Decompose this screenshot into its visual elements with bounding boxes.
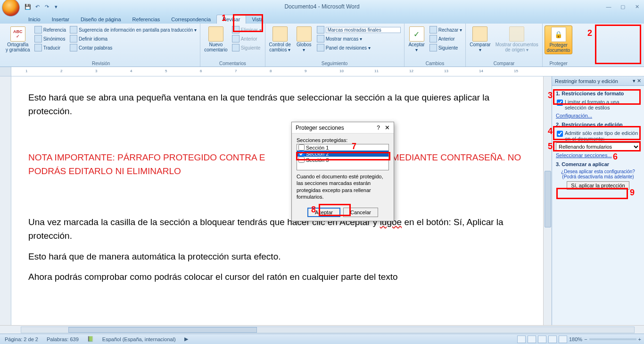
translation-tip-button[interactable]: Sugerencia de información en pantalla pa… bbox=[68, 25, 198, 34]
draft-view[interactable] bbox=[559, 336, 567, 343]
allow-editing-checkbox[interactable]: Admitir sólo este tipo de edición en el … bbox=[556, 129, 640, 143]
new-comment-button[interactable]: Nuevo comentario bbox=[202, 25, 229, 53]
zoom-slider[interactable] bbox=[589, 338, 636, 340]
section-item[interactable]: Sección 3 bbox=[297, 157, 388, 163]
editing-type-select[interactable]: Rellenando formularios bbox=[556, 143, 640, 151]
redo-icon[interactable]: ↷ bbox=[42, 2, 51, 11]
formatting-settings-link[interactable]: Configuración... bbox=[556, 113, 592, 118]
prev-comment-button[interactable]: Anterior bbox=[231, 34, 263, 43]
tab-insertar[interactable]: Insertar bbox=[46, 15, 75, 24]
select-sections-link[interactable]: Seleccionar secciones... bbox=[556, 152, 612, 158]
prev-change-button[interactable]: Anterior bbox=[428, 34, 464, 43]
zoom-in-button[interactable]: + bbox=[638, 336, 641, 342]
set-language-button[interactable]: Definir idioma bbox=[68, 34, 198, 43]
title-bar: 💾 ↶ ↷ ▾ Documento4 - Microsoft Word — ▢ … bbox=[0, 0, 644, 13]
ruler-scale[interactable]: 123456789101112131415 bbox=[11, 67, 644, 76]
hscroll-track[interactable] bbox=[21, 327, 635, 333]
ruler-mark: 6 bbox=[200, 69, 202, 73]
zoom-level[interactable]: 180% bbox=[569, 336, 582, 342]
dialog-ok-button[interactable]: Aceptar bbox=[307, 208, 340, 217]
horizontal-scrollbar[interactable] bbox=[0, 325, 644, 334]
tab-revisar[interactable]: Revisar bbox=[216, 15, 246, 24]
word-count-button[interactable]: Contar palabras bbox=[68, 43, 198, 52]
full-screen-view[interactable] bbox=[528, 336, 536, 343]
checkbox[interactable] bbox=[557, 131, 563, 137]
help-icon[interactable]: ? bbox=[377, 125, 380, 131]
protected-note[interactable]: NOTA IMPORTANTE: PÁRRAFO PROTEGIDO CONTR… bbox=[28, 151, 526, 178]
section-item[interactable]: Sección 2 bbox=[297, 151, 388, 157]
tab-referencias[interactable]: Referencias bbox=[127, 15, 166, 24]
tab-vista[interactable]: Vista bbox=[246, 15, 269, 24]
window-controls: — ▢ ✕ bbox=[602, 2, 644, 11]
synonyms-button[interactable]: Sinónimos bbox=[33, 34, 67, 43]
dialog-title-text: Proteger secciones bbox=[296, 125, 344, 131]
show-source-docs-button[interactable]: Mostrar documentos de origen ▾ bbox=[494, 25, 540, 53]
print-layout-view[interactable] bbox=[517, 336, 526, 343]
proofing-icon[interactable]: 📗 bbox=[85, 336, 96, 342]
close-button[interactable]: ✕ bbox=[630, 2, 644, 11]
vertical-scrollbar[interactable] bbox=[543, 76, 552, 325]
show-markup-button[interactable]: Mostrar marcas ▾ bbox=[315, 34, 402, 43]
page-status[interactable]: Página: 2 de 2 bbox=[3, 336, 40, 342]
scroll-thumb[interactable] bbox=[545, 171, 551, 227]
dialog-close-button[interactable]: ✕ bbox=[385, 124, 390, 131]
apply-protection-button[interactable]: Sí, aplicar la protección bbox=[567, 181, 629, 190]
apply-note: ¿Desea aplicar esta configuración? (Podr… bbox=[556, 169, 640, 179]
word-count-status[interactable]: Palabras: 639 bbox=[45, 336, 81, 342]
track-changes-button[interactable]: Control de cambios ▾ bbox=[267, 25, 293, 53]
hscroll-thumb[interactable] bbox=[68, 327, 257, 333]
minimize-button[interactable]: — bbox=[602, 2, 616, 11]
abc-check-icon: ABC✓ bbox=[10, 26, 25, 42]
tab-correspondencia[interactable]: Correspondencia bbox=[165, 15, 216, 24]
document-viewport[interactable]: Esto hará que se abra una pequeña ventan… bbox=[11, 76, 543, 325]
next-change-icon bbox=[429, 44, 437, 51]
protect-document-button[interactable]: 🔒 Proteger documento bbox=[545, 25, 572, 54]
paragraph[interactable]: Una vez marcada la casilla de la sección… bbox=[28, 215, 526, 243]
section-checkbox[interactable] bbox=[298, 151, 305, 157]
paragraph[interactable]: Esto hará que de manera automática la pr… bbox=[28, 250, 526, 263]
ruler-mark: 2 bbox=[60, 69, 62, 73]
maximize-button[interactable]: ▢ bbox=[616, 2, 630, 11]
language-status[interactable]: Español (España, internacional) bbox=[100, 336, 178, 342]
prev-icon bbox=[232, 35, 239, 42]
macro-icon[interactable]: ▶ bbox=[182, 336, 190, 342]
paragraph[interactable]: Esto hará que se abra una pequeña ventan… bbox=[28, 91, 526, 118]
web-layout-view[interactable] bbox=[538, 336, 546, 343]
outline-view[interactable] bbox=[548, 336, 557, 343]
zoom-out-button[interactable]: − bbox=[584, 336, 587, 342]
spelling-button[interactable]: ABC✓ Ortografía y gramática bbox=[4, 25, 32, 53]
compare-button[interactable]: Comparar ▾ bbox=[468, 25, 492, 53]
reject-button[interactable]: Rechazar ▾ bbox=[428, 25, 464, 34]
save-icon[interactable]: 💾 bbox=[24, 2, 32, 11]
section-checkbox[interactable] bbox=[298, 144, 305, 151]
section-item[interactable]: Sección 1 bbox=[297, 144, 388, 151]
reference-button[interactable]: Referencia bbox=[33, 25, 67, 34]
next-comment-button[interactable]: Siguiente bbox=[231, 43, 263, 52]
group-label: Seguimiento bbox=[267, 60, 402, 67]
balloons-button[interactable]: Globos ▾ bbox=[294, 25, 314, 53]
paragraph[interactable]: Ahora podrás comprobar como podrás coloc… bbox=[28, 270, 526, 284]
qat-dropdown-icon[interactable]: ▾ bbox=[52, 2, 60, 11]
display-review-dropdown[interactable]: Marcas mostradas finales bbox=[315, 25, 402, 34]
tab-inicio[interactable]: Inicio bbox=[23, 15, 46, 24]
translate-button[interactable]: Traducir bbox=[33, 43, 67, 52]
checkbox[interactable] bbox=[557, 100, 563, 106]
translate-icon bbox=[34, 44, 42, 51]
group-revision: ABC✓ Ortografía y gramática Referencia S… bbox=[2, 24, 200, 67]
dialog-cancel-button[interactable]: Cancelar bbox=[343, 208, 378, 217]
vertical-ruler[interactable] bbox=[0, 76, 11, 325]
accept-button[interactable]: ✓ Aceptar ▾ bbox=[406, 25, 427, 53]
next-change-button[interactable]: Siguiente bbox=[428, 43, 464, 52]
pane-dropdown-icon[interactable]: ▾ ✕ bbox=[633, 78, 641, 84]
document-page[interactable]: Esto hará que se abra una pequeña ventan… bbox=[11, 76, 543, 305]
language-icon bbox=[70, 35, 77, 42]
reviewing-pane-button[interactable]: Panel de revisiones ▾ bbox=[315, 43, 402, 52]
section-checkbox[interactable] bbox=[298, 157, 305, 163]
delete-comment-button[interactable]: Eliminar ▾ bbox=[231, 25, 263, 34]
undo-icon[interactable]: ↶ bbox=[33, 2, 41, 11]
ruler-mark: 5 bbox=[165, 69, 167, 73]
limit-formatting-checkbox[interactable]: Limitar el formato a una selección de es… bbox=[556, 98, 640, 111]
tab-diseño-de-página[interactable]: Diseño de página bbox=[75, 15, 127, 24]
sections-list[interactable]: Sección 1Sección 2Sección 3 bbox=[297, 144, 389, 170]
dialog-titlebar[interactable]: Proteger secciones ?✕ bbox=[292, 122, 394, 134]
